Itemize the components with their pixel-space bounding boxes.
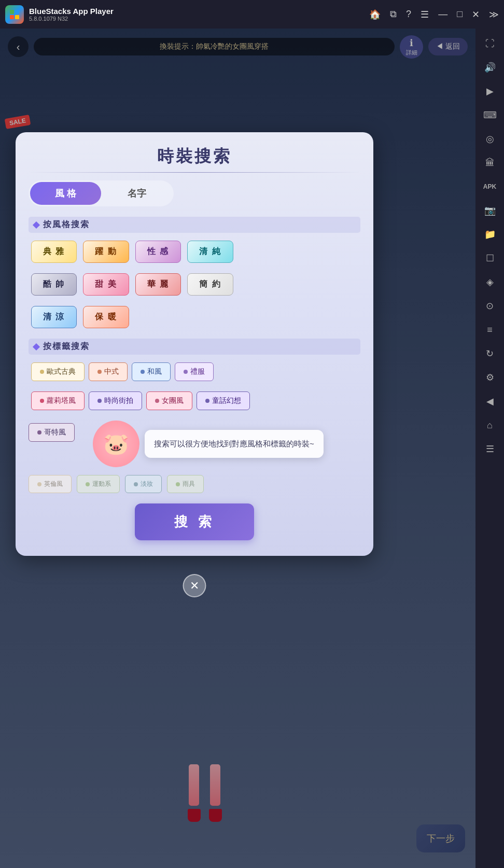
location-icon[interactable]: ⊙ [480, 296, 500, 316]
label-tag-fairytale[interactable]: 童話幻想 [197, 391, 250, 410]
app-name: BlueStacks App Player [29, 7, 114, 16]
label-tag-european[interactable]: 歐式古典 [31, 362, 85, 381]
titlebar: BlueStacks App Player 5.8.0.1079 N32 🏠 ⧉… [0, 0, 504, 29]
label-tag-japanese[interactable]: 和風 [132, 362, 171, 381]
label-tag-streetsnap[interactable]: 時尚街拍 [89, 391, 142, 410]
style-tag-sexy[interactable]: 性 感 [135, 241, 181, 263]
dashboard-icon[interactable]: 🏛 [480, 153, 500, 173]
home-icon[interactable]: 🏠 [369, 9, 381, 20]
close-x-icon: ✕ [190, 579, 199, 593]
dot-icon [86, 482, 90, 486]
home2-icon[interactable]: ⌂ [480, 415, 500, 435]
dot-icon [134, 482, 138, 486]
label-tag-british[interactable]: 英倫風 [29, 475, 72, 493]
label-tag-girlgroup[interactable]: 女團風 [146, 391, 192, 410]
style-tags-grid: 典 雅 躍 動 性 感 清 純 [29, 241, 360, 263]
label-tag-sports[interactable]: 運動系 [77, 475, 120, 493]
dot-icon [37, 482, 41, 486]
section2-diamond-icon [33, 343, 40, 350]
search-modal: 時裝搜索 風 格 名字 按風格搜索 典 雅 躍 動 性 感 清 純 酷 帥 甜 … [16, 132, 373, 556]
style-tag-warm[interactable]: 保 暖 [83, 306, 129, 328]
help-icon[interactable]: ? [406, 9, 411, 20]
close-modal-button[interactable]: ✕ [183, 574, 206, 597]
camera-icon[interactable]: 📷 [480, 201, 500, 220]
dot-icon [141, 370, 145, 374]
tab-name[interactable]: 名字 [101, 182, 172, 205]
fullscreen-icon[interactable]: ⛶ [480, 34, 500, 53]
dot-icon [176, 482, 180, 486]
modal-divider [29, 172, 360, 173]
mascot-character: 🐷 [93, 421, 139, 467]
label-tag-formal[interactable]: 禮服 [175, 362, 214, 381]
dot-icon [97, 399, 102, 403]
copy-icon[interactable]: ⧉ [390, 9, 397, 20]
style-tag-pure[interactable]: 清 純 [187, 241, 233, 263]
label-tags-row1: 歐式古典 中式 和風 禮服 [29, 362, 360, 381]
folder-icon[interactable]: 📁 [480, 225, 500, 244]
section1-header: 按風格搜索 [29, 217, 360, 233]
style-tag-sweet[interactable]: 甜 美 [83, 273, 129, 296]
modal-title: 時裝搜索 [29, 145, 360, 168]
search-button[interactable]: 搜 索 [135, 503, 254, 540]
dot-icon [37, 430, 41, 435]
tooltip-bubble: 搜索可以很方便地找到對應風格和標籤的時裝~ [145, 430, 324, 458]
modal-tabs: 風 格 名字 [29, 180, 174, 206]
dot-icon [97, 370, 102, 374]
mascot-emoji: 🐷 [103, 432, 129, 456]
layers-icon[interactable]: ≡ [480, 320, 500, 340]
label-tag-chinese[interactable]: 中式 [89, 362, 128, 381]
svg-rect-2 [10, 15, 14, 19]
right-sidebar: ⛶ 🔊 ▶ ⌨ ◎ 🏛 APK 📷 📁 ☐ ◈ ⊙ ≡ ↻ ⚙ ◀ ⌂ ☰ [475, 29, 504, 868]
section2-title: 按標籤搜索 [43, 341, 90, 352]
section2-header: 按標籤搜索 [29, 339, 360, 355]
tooltip-text: 搜索可以很方便地找到對應風格和標籤的時裝~ [154, 439, 314, 448]
label-tag-gothic[interactable]: 哥特風 [29, 423, 75, 442]
close-icon[interactable]: ✕ [472, 9, 480, 20]
dot-icon [205, 399, 209, 403]
maximize-icon[interactable]: □ [457, 9, 463, 20]
style-tag-simple[interactable]: 簡 約 [187, 273, 233, 296]
settings-icon[interactable]: ⚙ [480, 368, 500, 387]
keyboard-icon[interactable]: ⌨ [480, 105, 500, 125]
volume-icon[interactable]: 🔊 [480, 58, 500, 77]
titlebar-controls: 🏠 ⧉ ? ☰ — □ ✕ ≫ [369, 9, 499, 20]
rotate-icon[interactable]: ◎ [480, 129, 500, 149]
style-tag-lively[interactable]: 躍 動 [83, 241, 129, 263]
svg-rect-3 [15, 15, 19, 19]
style-tag-gorgeous[interactable]: 華 麗 [135, 273, 181, 296]
sync-icon[interactable]: ↻ [480, 344, 500, 363]
menu-icon[interactable]: ☰ [421, 9, 429, 20]
phone-icon[interactable]: ☐ [480, 248, 500, 268]
brush-icon[interactable]: ◈ [480, 272, 500, 292]
style-tag-cool2[interactable]: 清 涼 [31, 306, 77, 328]
bottom-faded-tags: 英倫風 運動系 淡妝 雨具 [29, 475, 360, 493]
svg-rect-0 [10, 10, 14, 14]
label-tag-makeup[interactable]: 淡妝 [125, 475, 162, 493]
label-tags-row2: 蘿莉塔風 時尚街拍 女團風 童話幻想 [29, 391, 360, 410]
app-logo [5, 5, 24, 24]
style-tags-grid-2: 酷 帥 甜 美 華 麗 簡 約 [29, 273, 360, 296]
section1-diamond-icon [33, 221, 40, 228]
app-info: BlueStacks App Player 5.8.0.1079 N32 [29, 7, 114, 22]
minimize-icon[interactable]: — [438, 9, 447, 20]
dot-icon [155, 399, 159, 403]
section1-title: 按風格搜索 [43, 219, 90, 230]
svg-rect-1 [15, 10, 19, 14]
dot-icon [184, 370, 188, 374]
label-tag-lolita[interactable]: 蘿莉塔風 [31, 391, 85, 410]
dot-icon [40, 370, 44, 374]
back-icon[interactable]: ◀ [480, 391, 500, 411]
sidebar-toggle-icon[interactable]: ≫ [489, 9, 499, 20]
style-tags-grid-3: 清 涼 保 暖 [29, 306, 360, 328]
apps-icon[interactable]: ☰ [480, 439, 500, 459]
apk-icon[interactable]: APK [480, 177, 500, 197]
app-version: 5.8.0.1079 N32 [29, 16, 114, 22]
game-background: ‹ 換裝提示：帥氣冷艷的女團風穿搭 ℹ 詳細 ◀ 返回 SALE 時裝搜索 風 … [0, 29, 475, 868]
dot-icon [40, 399, 44, 403]
play-icon[interactable]: ▶ [480, 81, 500, 101]
tab-style[interactable]: 風 格 [30, 182, 101, 205]
tooltip-area: 哥特風 🐷 搜索可以很方便地找到對應風格和標籤的時裝~ [29, 421, 360, 467]
style-tag-elegant[interactable]: 典 雅 [31, 241, 77, 263]
label-tag-rain[interactable]: 雨具 [167, 475, 204, 493]
style-tag-cool[interactable]: 酷 帥 [31, 273, 77, 296]
